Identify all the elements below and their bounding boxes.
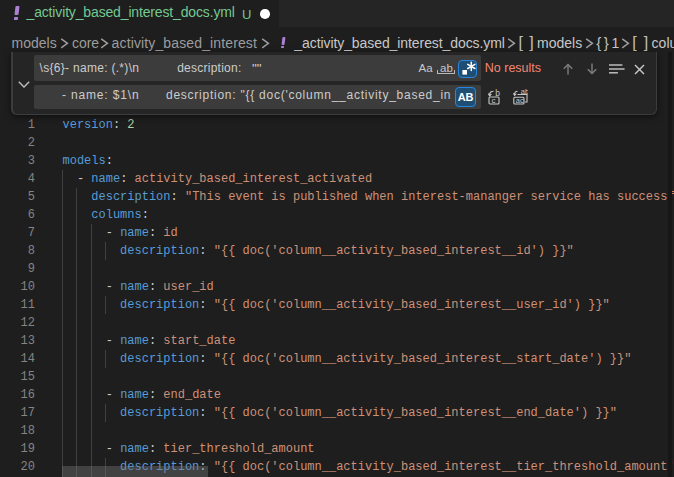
svg-text:c: c — [491, 96, 495, 105]
svg-text:ac: ac — [516, 96, 524, 105]
svg-text:ab: ab — [521, 89, 528, 96]
svg-text:b: b — [495, 89, 500, 98]
